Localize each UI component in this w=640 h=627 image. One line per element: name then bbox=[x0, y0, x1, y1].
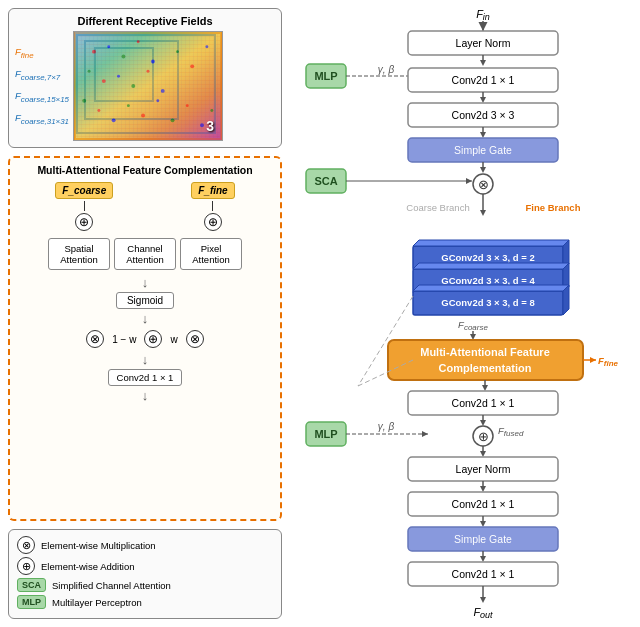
svg-point-10 bbox=[146, 70, 149, 73]
mult-icon: ⊗ bbox=[17, 536, 35, 554]
svg-point-6 bbox=[88, 70, 91, 73]
legend-sca: SCA Simplified Channel Attention bbox=[17, 578, 273, 592]
arrowhead-12 bbox=[480, 556, 486, 562]
layer-norm-bottom-text: Layer Norm bbox=[456, 463, 511, 475]
svg-point-17 bbox=[112, 118, 116, 122]
svg-point-4 bbox=[137, 40, 140, 43]
add-op-left: ⊕ bbox=[75, 213, 93, 231]
mlp-badge: MLP bbox=[17, 595, 46, 609]
weight-row: ⊗ 1 − w ⊕ w ⊗ bbox=[86, 330, 203, 348]
gamma-beta-text: γ, β bbox=[378, 64, 395, 75]
weight-w: w bbox=[170, 334, 177, 345]
simple-gate-1-text: Simple Gate bbox=[454, 144, 512, 156]
svg-point-9 bbox=[131, 84, 135, 88]
receptive-fields-box: Different Receptive Fields Ffine Fcoarse… bbox=[8, 8, 282, 148]
conv1x1-3-text: Conv2d 1 × 1 bbox=[452, 498, 515, 510]
svg-point-23 bbox=[200, 123, 204, 127]
legend-mult-text: Element-wise Multiplication bbox=[41, 540, 156, 551]
legend-mult: ⊗ Element-wise Multiplication bbox=[17, 536, 273, 554]
arrowhead-5 bbox=[480, 210, 486, 216]
arrowhead-4 bbox=[480, 167, 486, 173]
gconv-d8-top bbox=[413, 285, 569, 291]
spatial-attention: SpatialAttention bbox=[48, 238, 110, 270]
svg-rect-0 bbox=[74, 32, 221, 140]
arrowhead-9 bbox=[480, 451, 486, 457]
add-icon: ⊕ bbox=[17, 557, 35, 575]
mult-op-2: ⊗ bbox=[186, 330, 204, 348]
arrowhead-3 bbox=[480, 132, 486, 138]
pixel-attention: PixelAttention bbox=[180, 238, 242, 270]
mult-symbol: ⊗ bbox=[478, 177, 489, 192]
legend-sca-text: Simplified Channel Attention bbox=[52, 580, 171, 591]
f-fine-right: Ffine bbox=[598, 355, 619, 368]
f-coarse-right: Fcoarse bbox=[458, 319, 488, 332]
simple-gate-2-text: Simple Gate bbox=[454, 533, 512, 545]
svg-point-3 bbox=[121, 55, 125, 59]
sigmoid-box: Sigmoid bbox=[116, 292, 174, 309]
mafc-diagram: F_coarse ⊕ F_fine ⊕ SpatialAttention Cha… bbox=[18, 182, 272, 403]
mafc-diagram-title: Multi-Attentional Feature Complementatio… bbox=[18, 164, 272, 176]
arrowhead-8 bbox=[480, 420, 486, 426]
legend-add-text: Element-wise Addition bbox=[41, 561, 134, 572]
svg-point-13 bbox=[190, 64, 194, 68]
arrowhead-sca bbox=[466, 178, 472, 184]
f-fused-label: Ffused bbox=[498, 425, 524, 438]
conv1x1-4-text: Conv2d 1 × 1 bbox=[452, 568, 515, 580]
attention-row: SpatialAttention ChannelAttention PixelA… bbox=[48, 238, 242, 270]
legend-box: ⊗ Element-wise Multiplication ⊕ Element-… bbox=[8, 529, 282, 619]
label-f-fine: Ffine bbox=[15, 46, 69, 60]
gconv-d2-top bbox=[413, 240, 569, 246]
gconv-d4-text: GConv2d 3 × 3, d = 4 bbox=[441, 275, 535, 286]
gconv-d8-text: GConv2d 3 × 3, d = 8 bbox=[441, 297, 534, 308]
conv3x3-text: Conv2d 3 × 3 bbox=[452, 109, 515, 121]
gconv-d4-top bbox=[413, 263, 569, 269]
layer-norm-top-text: Layer Norm bbox=[456, 37, 511, 49]
svg-point-11 bbox=[161, 89, 165, 93]
svg-point-8 bbox=[117, 75, 120, 78]
arrow-down-1: ↓ bbox=[142, 275, 149, 290]
receptive-image: 3 bbox=[73, 31, 223, 141]
coarse-branch-label: Coarse Branch bbox=[406, 202, 469, 213]
right-panel: Fin Layer Norm MLP γ, β Conv2d 1 × 1 bbox=[290, 0, 640, 627]
mlp-top-label: MLP bbox=[314, 70, 337, 82]
f-in-label: Fin bbox=[476, 8, 490, 22]
svg-point-7 bbox=[102, 79, 106, 83]
sca-badge: SCA bbox=[17, 578, 46, 592]
f-fine-arrow bbox=[590, 357, 596, 363]
gamma-beta-bottom-text: γ, β bbox=[378, 421, 395, 432]
gconv-d8-right bbox=[563, 285, 569, 315]
arrowhead-10 bbox=[480, 486, 486, 492]
legend-mlp: MLP Multilayer Perceptron bbox=[17, 595, 273, 609]
mult-op-1: ⊗ bbox=[86, 330, 104, 348]
channel-attention: ChannelAttention bbox=[114, 238, 176, 270]
weight-label: 1 − w bbox=[112, 334, 136, 345]
svg-point-2 bbox=[107, 45, 110, 48]
architecture-svg: Fin Layer Norm MLP γ, β Conv2d 1 × 1 bbox=[298, 6, 628, 621]
main-container: Different Receptive Fields Ffine Fcoarse… bbox=[0, 0, 640, 627]
arrowhead-2 bbox=[480, 97, 486, 103]
sca-label-text: SCA bbox=[314, 175, 337, 187]
add-op-right: ⊕ bbox=[204, 213, 222, 231]
svg-point-14 bbox=[205, 45, 208, 48]
arrow-down-3: ↓ bbox=[142, 352, 149, 367]
image-number: 3 bbox=[206, 118, 214, 134]
add-symbol: ⊕ bbox=[478, 429, 489, 444]
receptive-content: Ffine Fcoarse,7×7 Fcoarse,15×15 Fcoarse,… bbox=[15, 31, 275, 141]
mafc-block-text2: Complementation bbox=[439, 362, 532, 374]
mlp-bottom-label: MLP bbox=[314, 428, 337, 440]
arrow-down-2: ↓ bbox=[142, 311, 149, 326]
mafc-block-text1: Multi-Attentional Feature bbox=[420, 346, 550, 358]
receptive-title: Different Receptive Fields bbox=[15, 15, 275, 27]
conv1x1-2-text: Conv2d 1 × 1 bbox=[452, 397, 515, 409]
legend-add: ⊕ Element-wise Addition bbox=[17, 557, 273, 575]
f-fine-label: F_fine bbox=[191, 182, 234, 199]
svg-point-22 bbox=[186, 104, 189, 107]
svg-point-24 bbox=[210, 109, 213, 112]
svg-point-19 bbox=[141, 113, 145, 117]
svg-point-16 bbox=[97, 109, 100, 112]
arrow-down-4: ↓ bbox=[142, 388, 149, 403]
arrowhead-gb2 bbox=[422, 431, 428, 437]
f-out-label: Fout bbox=[473, 606, 493, 620]
arrowhead-1 bbox=[480, 60, 486, 66]
gconv-d2-text: GConv2d 3 × 3, d = 2 bbox=[441, 252, 534, 263]
